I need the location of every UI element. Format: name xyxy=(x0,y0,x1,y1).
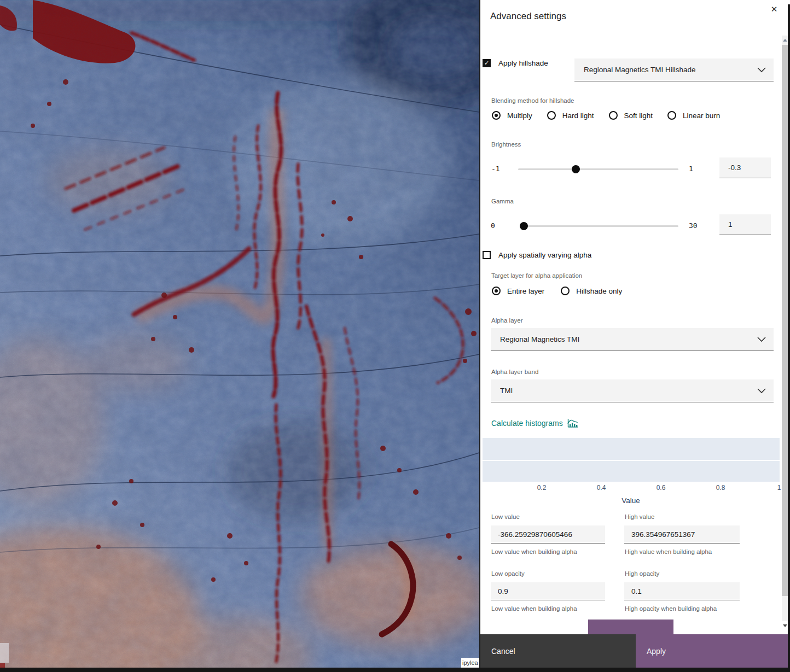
hillshade-map-image xyxy=(0,0,479,672)
cancel-button[interactable]: Cancel xyxy=(480,634,636,668)
apply-button[interactable]: Apply xyxy=(636,634,790,668)
close-icon[interactable]: ✕ xyxy=(767,2,781,16)
scrollbar-up-arrow[interactable] xyxy=(782,36,788,44)
chevron-down-icon xyxy=(757,67,766,73)
low-opacity-input[interactable] xyxy=(491,582,605,600)
hillshade-layer-value: Regional Magnetics TMI Hillshade xyxy=(584,66,696,74)
gamma-slider[interactable] xyxy=(520,225,678,227)
radio-option-linear-burn[interactable]: Linear burn xyxy=(667,111,720,120)
radio-option-entire-layer[interactable]: Entire layer xyxy=(492,287,544,295)
alpha-layer-label: Alpha layer xyxy=(491,317,523,324)
gamma-value-input[interactable] xyxy=(719,214,771,235)
radio-icon[interactable] xyxy=(667,111,676,120)
app-window: ipylea Advanced settings ✕ ✓ Apply hills… xyxy=(0,0,790,672)
apply-hillshade-checkbox[interactable]: ✓ xyxy=(483,59,491,67)
brightness-label: Brightness xyxy=(491,141,521,148)
high-opacity-input[interactable] xyxy=(624,582,740,600)
low-value-helper: Low value when building alpha xyxy=(491,548,577,555)
brightness-max-label: 1 xyxy=(689,165,693,173)
calculate-histograms-link[interactable]: Calculate histograms xyxy=(491,418,578,428)
x-axis-title: Value xyxy=(621,496,640,505)
brightness-slider-thumb[interactable] xyxy=(572,165,580,173)
radio-label: Soft light xyxy=(624,112,653,120)
high-opacity-helper: High opacity when building alpha xyxy=(625,605,717,612)
brightness-min-label: -1 xyxy=(491,165,500,173)
x-tick: 0.8 xyxy=(716,484,725,492)
radio-icon[interactable] xyxy=(609,111,618,120)
radio-option-hillshade-only[interactable]: Hillshade only xyxy=(561,287,622,295)
spatial-alpha-label: Apply spatially varying alpha xyxy=(498,251,591,259)
radio-option-hard-light[interactable]: Hard light xyxy=(547,111,594,120)
triangle-up-icon xyxy=(783,39,787,42)
x-tick: 0.6 xyxy=(657,484,666,492)
scrollbar-down-arrow[interactable] xyxy=(782,621,788,630)
page-title: Advanced settings xyxy=(490,11,566,22)
histogram-band-lower xyxy=(483,461,780,482)
gamma-max-label: 30 xyxy=(689,221,698,230)
low-opacity-helper: Low value when building alpha xyxy=(491,605,577,612)
calculate-histograms-label: Calculate histograms xyxy=(491,419,563,428)
chevron-down-icon xyxy=(757,388,766,394)
alpha-layer-select[interactable]: Regional Magnetics TMI xyxy=(491,328,774,351)
chevron-down-icon xyxy=(757,337,766,342)
gamma-slider-thumb[interactable] xyxy=(520,222,528,230)
radio-option-soft-light[interactable]: Soft light xyxy=(609,111,653,120)
target-layer-radio-group: Entire layer Hillshade only xyxy=(492,287,622,295)
gamma-label: Gamma xyxy=(491,198,514,204)
radio-icon[interactable] xyxy=(547,111,556,120)
map-partial-control xyxy=(0,643,9,663)
high-value-input[interactable] xyxy=(624,525,740,544)
radio-label: Linear burn xyxy=(683,112,720,120)
high-opacity-label: High opacity xyxy=(625,570,659,577)
x-tick: 0.2 xyxy=(537,484,547,492)
alpha-band-value: TMI xyxy=(500,387,513,395)
brightness-value-input[interactable] xyxy=(719,157,771,178)
bottom-edge-strip xyxy=(0,668,790,672)
low-value-label: Low value xyxy=(491,513,520,520)
hillshade-layer-select[interactable]: Regional Magnetics TMI Hillshade xyxy=(574,59,774,81)
radio-label: Multiply xyxy=(507,112,532,120)
apply-hillshade-label: Apply hillshade xyxy=(498,59,548,67)
dialog-footer: Cancel Apply xyxy=(480,634,790,668)
scrollbar-thumb[interactable] xyxy=(782,45,788,596)
radio-label: Hillshade only xyxy=(576,287,622,295)
low-opacity-label: Low opacity xyxy=(491,570,525,577)
alpha-band-label: Alpha layer band xyxy=(491,369,538,375)
radio-label: Hard light xyxy=(562,112,594,120)
high-value-label: High value xyxy=(625,513,654,520)
alpha-layer-value: Regional Magnetics TMI xyxy=(500,335,579,343)
scrolled-apply-button-peek xyxy=(588,620,673,635)
blending-method-label: Blending method for hillshade xyxy=(491,97,574,104)
blending-method-radio-group: Multiply Hard light Soft light Linear bu… xyxy=(492,111,720,120)
target-layer-label: Target layer for alpha application xyxy=(491,272,582,279)
panel-scrollbar[interactable] xyxy=(782,36,788,630)
high-value-helper: High value when building alpha xyxy=(625,548,712,555)
right-edge-strip xyxy=(788,4,790,672)
histogram-icon xyxy=(567,418,578,428)
brightness-slider[interactable] xyxy=(518,168,678,170)
triangle-down-icon xyxy=(783,624,787,627)
radio-icon[interactable] xyxy=(561,287,570,295)
radio-option-multiply[interactable]: Multiply xyxy=(492,111,532,120)
x-tick: 1 xyxy=(777,484,781,492)
map-canvas[interactable] xyxy=(0,0,479,672)
radio-label: Entire layer xyxy=(507,287,544,295)
spatial-alpha-checkbox[interactable] xyxy=(483,251,491,259)
low-value-input[interactable] xyxy=(491,525,605,544)
alpha-band-select[interactable]: TMI xyxy=(491,379,774,402)
advanced-settings-panel: Advanced settings ✕ ✓ Apply hillshade Re… xyxy=(479,0,790,672)
radio-icon[interactable] xyxy=(492,111,501,120)
radio-icon[interactable] xyxy=(492,287,501,295)
map-attribution: ipylea xyxy=(461,658,481,668)
x-tick: 0.4 xyxy=(597,484,606,492)
check-icon: ✓ xyxy=(484,60,489,66)
histogram-band-upper xyxy=(483,438,780,460)
gamma-min-label: 0 xyxy=(491,221,495,230)
